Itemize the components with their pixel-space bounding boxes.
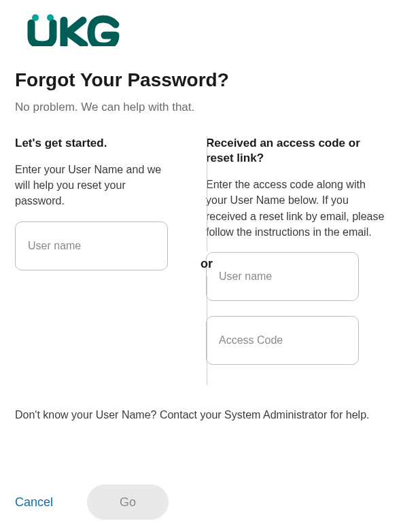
right-text: Enter the access code along with your Us…	[206, 177, 386, 240]
username-input[interactable]	[15, 221, 168, 270]
page-subtitle: No problem. We can help with that.	[15, 101, 386, 114]
cancel-button[interactable]: Cancel	[15, 495, 53, 510]
column-divider: or	[193, 136, 220, 393]
access-code-input[interactable]	[206, 316, 359, 365]
page-title: Forgot Your Password?	[15, 69, 386, 91]
left-heading: Let's get started.	[15, 136, 169, 151]
helper-text: Don't know your User Name? Contact your …	[15, 407, 386, 423]
footer-actions: Cancel Go	[15, 484, 169, 520]
username-input-right[interactable]	[206, 252, 359, 301]
go-button[interactable]: Go	[87, 484, 169, 520]
right-heading: Received an access code or reset link?	[206, 136, 386, 166]
or-label: or	[201, 251, 213, 277]
two-column-layout: Let's get started. Enter your User Name …	[15, 136, 386, 380]
left-text: Enter your User Name and we will help yo…	[15, 162, 169, 209]
ukg-logo	[15, 14, 386, 49]
username-section: Let's get started. Enter your User Name …	[15, 136, 181, 380]
